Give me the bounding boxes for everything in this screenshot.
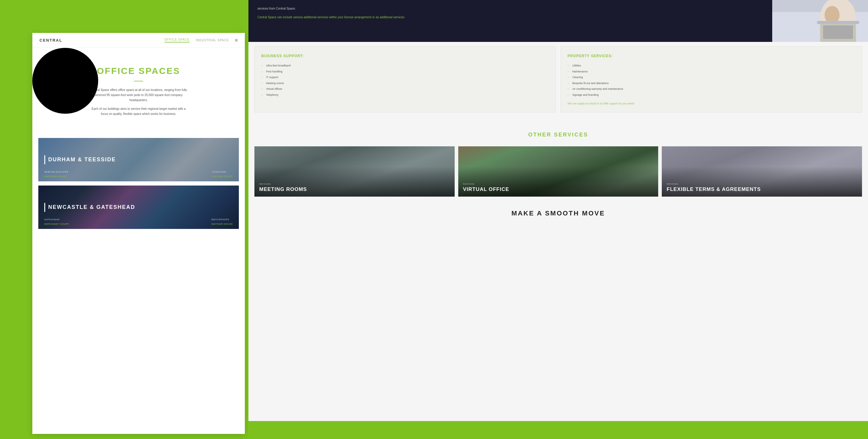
property-services-card: PROPERTY SERVICES: Utilities Maintenance… — [561, 46, 862, 113]
list-item-post: Post handling — [261, 69, 549, 75]
bottom-green-strip — [248, 421, 868, 439]
other-services-title: OTHER SERVICES — [254, 132, 862, 138]
durham-sub-right: STOCKTON FALCON COURT — [212, 171, 233, 178]
list-item-signage: Signage and branding — [567, 92, 855, 98]
meeting-rooms-name: MEETING ROOMS — [259, 186, 307, 192]
virtual-office-tag: Services — [463, 183, 509, 185]
business-support-title: BUSINESS SUPPORT: — [261, 54, 549, 58]
property-services-note: We can supply as much or as little suppo… — [567, 102, 855, 105]
business-support-list: Ultra-fast broadband Post handling IT su… — [261, 63, 549, 98]
property-services-list: Utilities Maintenance Cleaning Bespoke f… — [567, 63, 855, 98]
right-panel: services from Central Space. Central Spa… — [248, 0, 868, 439]
flexible-terms-tag: Services — [666, 183, 761, 185]
list-item-maintenance: Maintenance — [567, 69, 855, 75]
location-card-durham[interactable]: DURHAM & TEESSIDE NEWTON AYCLIFFE PARSON… — [38, 138, 239, 181]
list-item-it: IT support — [261, 74, 549, 81]
virtual-office-name: VIRTUAL OFFICE — [463, 186, 509, 192]
top-text-p1: services from Central Space. — [257, 6, 763, 11]
nav-office-space[interactable]: OFFICE SPACE — [164, 38, 190, 42]
virtual-office-label: Services VIRTUAL OFFICE — [463, 183, 509, 192]
smooth-move-section: MAKE A SMOOTH MOVE — [248, 197, 868, 229]
hero-divider — [134, 81, 143, 82]
newcastle-title: NEWCASTLE & GATESHEAD — [48, 204, 135, 210]
durham-sub-left: NEWTON AYCLIFFE PARSONS COURT — [44, 171, 68, 178]
newcastle-sub-right: WESTERHOPE MAYFAIR HOUSE — [211, 218, 233, 226]
logo: CENTRAL — [39, 38, 62, 42]
stockton-label: STOCKTON — [212, 171, 233, 173]
durham-bar — [44, 155, 45, 164]
list-item-aircon: Air conditioning warranty and maintenanc… — [567, 86, 855, 92]
top-text-p2: Central Space can include various additi… — [257, 15, 763, 20]
parsons-court-link[interactable]: PARSONS COURT — [44, 175, 67, 178]
hero-paragraph1: Central Space offers office space at all… — [88, 87, 189, 103]
list-item-utilities: Utilities — [567, 63, 855, 69]
durham-sub-labels: NEWTON AYCLIFFE PARSONS COURT STOCKTON F… — [38, 171, 239, 178]
location-section: DURHAM & TEESSIDE NEWTON AYCLIFFE PARSON… — [32, 132, 245, 239]
newcastle-sub-labels: GATESHEAD MERCHANT COURT WESTERHOPE MAYF… — [38, 218, 239, 226]
top-text-highlight: Central Space can include various additi… — [257, 15, 405, 19]
service-image-cards: Services MEETING ROOMS Services VIRTUAL … — [254, 146, 862, 197]
list-item-bespoke: Bespoke fit-out and alterations — [567, 81, 855, 87]
list-item-meeting: Meeting rooms — [261, 81, 549, 87]
svg-rect-9 — [823, 25, 853, 39]
smooth-move-title: MAKE A SMOOTH MOVE — [260, 210, 856, 217]
top-image-section: services from Central Space. Central Spa… — [248, 0, 868, 42]
location-card-newcastle[interactable]: NEWCASTLE & GATESHEAD GATESHEAD MERCHANT… — [38, 186, 239, 229]
svg-rect-11 — [817, 21, 859, 24]
durham-title: DURHAM & TEESSIDE — [48, 157, 116, 163]
flexible-terms-card[interactable]: Services FLEXIBLE TERMS & AGREEMENTS — [662, 146, 862, 197]
newcastle-bar — [44, 203, 45, 212]
flexible-terms-label: Services FLEXIBLE TERMS & AGREEMENTS — [666, 183, 761, 192]
newton-aycliffe-label: NEWTON AYCLIFFE — [44, 171, 68, 173]
hero-paragraph2: Each of our buildings aims to service th… — [88, 106, 189, 117]
list-item-cleaning: Cleaning — [567, 74, 855, 81]
circles-decoration — [32, 48, 98, 114]
nav-links: OFFICE SPACE INDUSTRIAL SPACE ≡ — [164, 38, 238, 43]
menu-icon[interactable]: ≡ — [235, 38, 238, 43]
other-services-section: OTHER SERVICES Services MEETING ROOMS Se… — [254, 132, 862, 197]
meeting-rooms-label: Services MEETING ROOMS — [259, 183, 307, 192]
top-bar: CENTRAL OFFICE SPACE INDUSTRIAL SPACE ≡ — [32, 33, 245, 48]
virtual-office-card[interactable]: Services VIRTUAL OFFICE — [458, 146, 658, 197]
top-image-text: services from Central Space. Central Spa… — [248, 0, 772, 42]
list-item-telephony: Telephony — [261, 92, 549, 98]
flexible-terms-name: FLEXIBLE TERMS & AGREEMENTS — [666, 186, 761, 192]
list-item-virtual: Virtual offices — [261, 86, 549, 92]
meeting-rooms-card[interactable]: Services MEETING ROOMS — [254, 146, 455, 197]
meeting-rooms-tag: Services — [259, 183, 307, 185]
mayfair-house-link[interactable]: MAYFAIR HOUSE — [211, 223, 233, 225]
westerhope-label: WESTERHOPE — [211, 218, 233, 221]
merchant-court-link[interactable]: MERCHANT COURT — [44, 223, 69, 225]
list-item-broadband: Ultra-fast broadband — [261, 63, 549, 69]
top-photo — [772, 0, 868, 42]
nav-industrial-space[interactable]: INDUSTRIAL SPACE — [196, 39, 229, 42]
falcon-court-link[interactable]: FALCON COURT — [212, 175, 233, 178]
newcastle-sub-left: GATESHEAD MERCHANT COURT — [44, 218, 69, 226]
services-area: BUSINESS SUPPORT: Ultra-fast broadband P… — [254, 46, 862, 113]
gateshead-label: GATESHEAD — [44, 218, 69, 221]
business-support-card: BUSINESS SUPPORT: Ultra-fast broadband P… — [254, 46, 556, 113]
property-services-title: PROPERTY SERVICES: — [567, 54, 855, 58]
svg-point-4 — [32, 48, 98, 114]
